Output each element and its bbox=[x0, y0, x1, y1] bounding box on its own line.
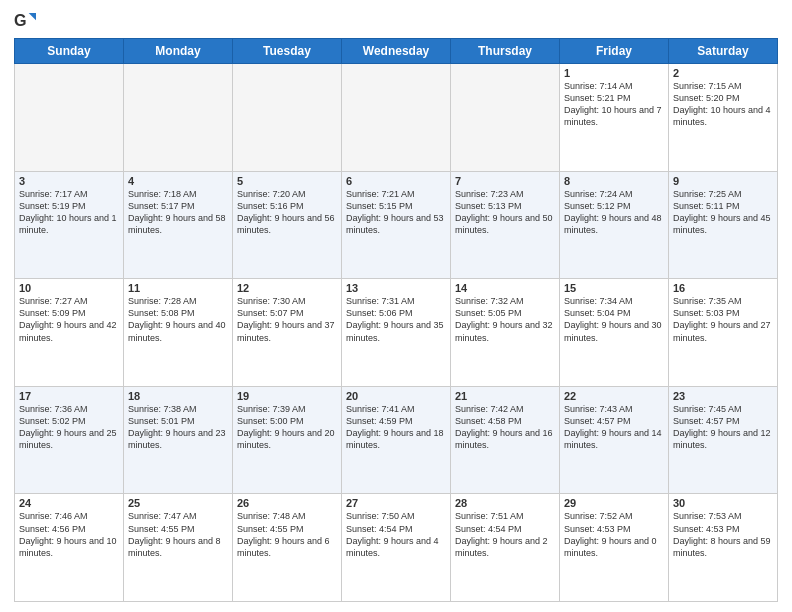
calendar-cell: 8Sunrise: 7:24 AMSunset: 5:12 PMDaylight… bbox=[560, 171, 669, 279]
calendar-cell: 30Sunrise: 7:53 AMSunset: 4:53 PMDayligh… bbox=[669, 494, 778, 602]
calendar-cell: 2Sunrise: 7:15 AMSunset: 5:20 PMDaylight… bbox=[669, 64, 778, 172]
calendar-cell bbox=[233, 64, 342, 172]
calendar-cell: 9Sunrise: 7:25 AMSunset: 5:11 PMDaylight… bbox=[669, 171, 778, 279]
day-number: 18 bbox=[128, 390, 228, 402]
day-number: 27 bbox=[346, 497, 446, 509]
day-info: Sunrise: 7:18 AMSunset: 5:17 PMDaylight:… bbox=[128, 188, 228, 237]
day-number: 11 bbox=[128, 282, 228, 294]
day-number: 23 bbox=[673, 390, 773, 402]
calendar-cell: 23Sunrise: 7:45 AMSunset: 4:57 PMDayligh… bbox=[669, 386, 778, 494]
day-number: 12 bbox=[237, 282, 337, 294]
calendar-cell bbox=[124, 64, 233, 172]
day-number: 24 bbox=[19, 497, 119, 509]
calendar-cell: 27Sunrise: 7:50 AMSunset: 4:54 PMDayligh… bbox=[342, 494, 451, 602]
calendar-cell: 4Sunrise: 7:18 AMSunset: 5:17 PMDaylight… bbox=[124, 171, 233, 279]
calendar-cell: 16Sunrise: 7:35 AMSunset: 5:03 PMDayligh… bbox=[669, 279, 778, 387]
svg-text:G: G bbox=[14, 11, 27, 29]
calendar-cell: 3Sunrise: 7:17 AMSunset: 5:19 PMDaylight… bbox=[15, 171, 124, 279]
calendar-cell: 15Sunrise: 7:34 AMSunset: 5:04 PMDayligh… bbox=[560, 279, 669, 387]
day-info: Sunrise: 7:52 AMSunset: 4:53 PMDaylight:… bbox=[564, 510, 664, 559]
day-number: 10 bbox=[19, 282, 119, 294]
calendar-week-row: 10Sunrise: 7:27 AMSunset: 5:09 PMDayligh… bbox=[15, 279, 778, 387]
calendar-cell: 10Sunrise: 7:27 AMSunset: 5:09 PMDayligh… bbox=[15, 279, 124, 387]
calendar-cell: 17Sunrise: 7:36 AMSunset: 5:02 PMDayligh… bbox=[15, 386, 124, 494]
day-info: Sunrise: 7:53 AMSunset: 4:53 PMDaylight:… bbox=[673, 510, 773, 559]
calendar-week-row: 1Sunrise: 7:14 AMSunset: 5:21 PMDaylight… bbox=[15, 64, 778, 172]
day-number: 9 bbox=[673, 175, 773, 187]
calendar-cell: 5Sunrise: 7:20 AMSunset: 5:16 PMDaylight… bbox=[233, 171, 342, 279]
weekday-header-cell: Monday bbox=[124, 39, 233, 64]
weekday-header-cell: Friday bbox=[560, 39, 669, 64]
logo: G bbox=[14, 10, 40, 32]
day-number: 13 bbox=[346, 282, 446, 294]
calendar-cell: 14Sunrise: 7:32 AMSunset: 5:05 PMDayligh… bbox=[451, 279, 560, 387]
day-number: 15 bbox=[564, 282, 664, 294]
day-info: Sunrise: 7:30 AMSunset: 5:07 PMDaylight:… bbox=[237, 295, 337, 344]
day-info: Sunrise: 7:32 AMSunset: 5:05 PMDaylight:… bbox=[455, 295, 555, 344]
day-number: 21 bbox=[455, 390, 555, 402]
day-number: 29 bbox=[564, 497, 664, 509]
day-number: 6 bbox=[346, 175, 446, 187]
calendar-cell bbox=[342, 64, 451, 172]
day-number: 17 bbox=[19, 390, 119, 402]
weekday-header-cell: Sunday bbox=[15, 39, 124, 64]
day-info: Sunrise: 7:31 AMSunset: 5:06 PMDaylight:… bbox=[346, 295, 446, 344]
day-number: 19 bbox=[237, 390, 337, 402]
calendar-cell: 22Sunrise: 7:43 AMSunset: 4:57 PMDayligh… bbox=[560, 386, 669, 494]
day-info: Sunrise: 7:28 AMSunset: 5:08 PMDaylight:… bbox=[128, 295, 228, 344]
day-number: 16 bbox=[673, 282, 773, 294]
day-number: 3 bbox=[19, 175, 119, 187]
day-info: Sunrise: 7:35 AMSunset: 5:03 PMDaylight:… bbox=[673, 295, 773, 344]
day-info: Sunrise: 7:43 AMSunset: 4:57 PMDaylight:… bbox=[564, 403, 664, 452]
day-info: Sunrise: 7:27 AMSunset: 5:09 PMDaylight:… bbox=[19, 295, 119, 344]
day-info: Sunrise: 7:46 AMSunset: 4:56 PMDaylight:… bbox=[19, 510, 119, 559]
day-info: Sunrise: 7:15 AMSunset: 5:20 PMDaylight:… bbox=[673, 80, 773, 129]
day-info: Sunrise: 7:17 AMSunset: 5:19 PMDaylight:… bbox=[19, 188, 119, 237]
day-info: Sunrise: 7:41 AMSunset: 4:59 PMDaylight:… bbox=[346, 403, 446, 452]
calendar-week-row: 24Sunrise: 7:46 AMSunset: 4:56 PMDayligh… bbox=[15, 494, 778, 602]
day-info: Sunrise: 7:42 AMSunset: 4:58 PMDaylight:… bbox=[455, 403, 555, 452]
calendar-cell: 12Sunrise: 7:30 AMSunset: 5:07 PMDayligh… bbox=[233, 279, 342, 387]
calendar-cell bbox=[451, 64, 560, 172]
calendar-cell: 26Sunrise: 7:48 AMSunset: 4:55 PMDayligh… bbox=[233, 494, 342, 602]
day-info: Sunrise: 7:21 AMSunset: 5:15 PMDaylight:… bbox=[346, 188, 446, 237]
calendar-body: 1Sunrise: 7:14 AMSunset: 5:21 PMDaylight… bbox=[15, 64, 778, 602]
logo-icon: G bbox=[14, 10, 36, 32]
calendar-cell: 28Sunrise: 7:51 AMSunset: 4:54 PMDayligh… bbox=[451, 494, 560, 602]
day-number: 26 bbox=[237, 497, 337, 509]
weekday-header-cell: Saturday bbox=[669, 39, 778, 64]
weekday-header-row: SundayMondayTuesdayWednesdayThursdayFrid… bbox=[15, 39, 778, 64]
day-info: Sunrise: 7:25 AMSunset: 5:11 PMDaylight:… bbox=[673, 188, 773, 237]
day-number: 28 bbox=[455, 497, 555, 509]
calendar-cell: 25Sunrise: 7:47 AMSunset: 4:55 PMDayligh… bbox=[124, 494, 233, 602]
day-info: Sunrise: 7:38 AMSunset: 5:01 PMDaylight:… bbox=[128, 403, 228, 452]
day-info: Sunrise: 7:50 AMSunset: 4:54 PMDaylight:… bbox=[346, 510, 446, 559]
svg-marker-1 bbox=[29, 13, 36, 20]
header: G bbox=[14, 10, 778, 32]
day-info: Sunrise: 7:24 AMSunset: 5:12 PMDaylight:… bbox=[564, 188, 664, 237]
day-info: Sunrise: 7:20 AMSunset: 5:16 PMDaylight:… bbox=[237, 188, 337, 237]
day-number: 25 bbox=[128, 497, 228, 509]
calendar-cell: 29Sunrise: 7:52 AMSunset: 4:53 PMDayligh… bbox=[560, 494, 669, 602]
weekday-header-cell: Tuesday bbox=[233, 39, 342, 64]
weekday-header-cell: Wednesday bbox=[342, 39, 451, 64]
day-info: Sunrise: 7:48 AMSunset: 4:55 PMDaylight:… bbox=[237, 510, 337, 559]
day-info: Sunrise: 7:51 AMSunset: 4:54 PMDaylight:… bbox=[455, 510, 555, 559]
day-number: 1 bbox=[564, 67, 664, 79]
day-number: 8 bbox=[564, 175, 664, 187]
calendar-cell: 21Sunrise: 7:42 AMSunset: 4:58 PMDayligh… bbox=[451, 386, 560, 494]
calendar-table: SundayMondayTuesdayWednesdayThursdayFrid… bbox=[14, 38, 778, 602]
day-number: 4 bbox=[128, 175, 228, 187]
calendar-week-row: 3Sunrise: 7:17 AMSunset: 5:19 PMDaylight… bbox=[15, 171, 778, 279]
day-info: Sunrise: 7:23 AMSunset: 5:13 PMDaylight:… bbox=[455, 188, 555, 237]
calendar-week-row: 17Sunrise: 7:36 AMSunset: 5:02 PMDayligh… bbox=[15, 386, 778, 494]
day-number: 7 bbox=[455, 175, 555, 187]
day-info: Sunrise: 7:45 AMSunset: 4:57 PMDaylight:… bbox=[673, 403, 773, 452]
calendar-cell: 6Sunrise: 7:21 AMSunset: 5:15 PMDaylight… bbox=[342, 171, 451, 279]
day-info: Sunrise: 7:14 AMSunset: 5:21 PMDaylight:… bbox=[564, 80, 664, 129]
day-info: Sunrise: 7:36 AMSunset: 5:02 PMDaylight:… bbox=[19, 403, 119, 452]
day-number: 5 bbox=[237, 175, 337, 187]
calendar-cell: 13Sunrise: 7:31 AMSunset: 5:06 PMDayligh… bbox=[342, 279, 451, 387]
calendar-cell: 1Sunrise: 7:14 AMSunset: 5:21 PMDaylight… bbox=[560, 64, 669, 172]
day-number: 30 bbox=[673, 497, 773, 509]
